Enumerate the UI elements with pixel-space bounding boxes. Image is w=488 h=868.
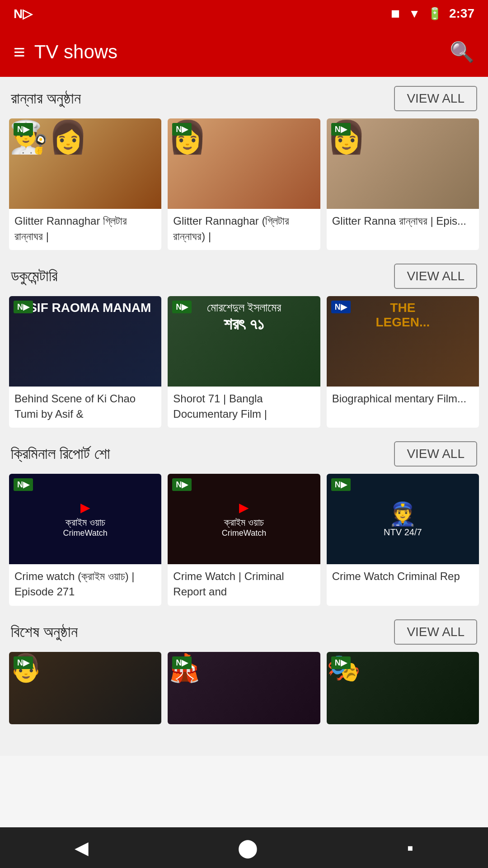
ntv-badge: N▶ bbox=[331, 656, 351, 669]
video-thumbnail: N▶ 👩 bbox=[168, 118, 320, 209]
ntv-badge: N▶ bbox=[172, 656, 192, 669]
section-documentary-header: ডকুমেন্টারি VIEW ALL bbox=[9, 264, 479, 289]
video-title: Shorot 71 | Bangla Documentary Film | bbox=[168, 387, 320, 428]
video-card[interactable]: N▶ 👨 bbox=[9, 652, 161, 724]
video-card[interactable]: N▶ THE LEGEN... Biographical mentary Fil… bbox=[327, 296, 479, 428]
video-thumbnail: N▶ 🎪 bbox=[168, 652, 320, 724]
app-header-left: ≡ TV shows bbox=[14, 41, 117, 63]
video-card[interactable]: N▶ 👮 NTV 24/7 Crime Watch Criminal Rep bbox=[327, 474, 479, 605]
view-all-cooking-button[interactable]: VIEW ALL bbox=[394, 86, 477, 111]
recents-button[interactable]: ▪ bbox=[380, 831, 441, 864]
video-card[interactable]: N▶ 🎭 bbox=[327, 652, 479, 724]
view-all-documentary-button[interactable]: VIEW ALL bbox=[394, 264, 477, 289]
ntv-badge: N▶ bbox=[14, 123, 33, 136]
time-display: 2:37 bbox=[449, 6, 474, 21]
ntv-logo: N▷ bbox=[14, 6, 33, 21]
section-special-title: বিশেষ অনুষ্ঠান bbox=[11, 623, 78, 641]
video-card[interactable]: N▶ ASIF RAOMA MANAM Behind Scene of Ki C… bbox=[9, 296, 161, 428]
ntv-badge: N▶ bbox=[172, 301, 192, 313]
app-header: ≡ TV shows 🔍 bbox=[0, 27, 488, 77]
stop-icon: ⏹ bbox=[389, 7, 401, 21]
video-title: Biographical mentary Film... bbox=[327, 387, 479, 423]
ntv-badge: N▶ bbox=[14, 301, 33, 313]
back-button[interactable]: ◀ bbox=[47, 831, 116, 864]
video-thumbnail: N▶ 👨‍🍳👩 bbox=[9, 118, 161, 209]
video-title: Crime Watch | Criminal Report and bbox=[168, 564, 320, 605]
video-title: Crime watch (ক্রাইম ওয়াচ) | Episode 271 bbox=[9, 564, 161, 605]
video-card[interactable]: N▶ মোরশেদুল ইসলামের শরৎ ৭১ Shorot 71 | B… bbox=[168, 296, 320, 428]
video-thumbnail: N▶ মোরশেদুল ইসলামের শরৎ ৭১ bbox=[168, 296, 320, 387]
documentary-video-grid: N▶ ASIF RAOMA MANAM Behind Scene of Ki C… bbox=[9, 296, 479, 428]
view-all-criminal-button[interactable]: VIEW ALL bbox=[394, 441, 477, 467]
video-card[interactable]: N▶ 👨‍🍳👩 Glitter Rannaghar গ্লিটার রান্না… bbox=[9, 118, 161, 250]
video-thumbnail: N▶ 👮 NTV 24/7 bbox=[327, 474, 479, 564]
main-content: রান্নার অনুষ্ঠান VIEW ALL N▶ 👨‍🍳👩 Glitte… bbox=[0, 77, 488, 756]
section-criminal-title: ক্রিমিনাল রিপোর্ট শো bbox=[11, 445, 110, 463]
video-title: Glitter Ranna রান্নাঘর | Epis... bbox=[327, 209, 479, 245]
ntv-badge: N▶ bbox=[14, 656, 33, 669]
ntv-badge: N▶ bbox=[172, 478, 192, 491]
video-card[interactable]: N▶ 👩 Glitter Ranna রান্নাঘর | Epis... bbox=[327, 118, 479, 250]
search-button[interactable]: 🔍 bbox=[450, 40, 474, 64]
video-thumbnail: N▶ ASIF RAOMA MANAM bbox=[9, 296, 161, 387]
video-card[interactable]: N▶ 👩 Glitter Rannaghar (গ্লিটার রান্নাঘর… bbox=[168, 118, 320, 250]
section-criminal: ক্রিমিনাল রিপোর্ট শো VIEW ALL N▶ ▶ ক্রাই… bbox=[9, 441, 479, 605]
battery-icon: 🔋 bbox=[427, 7, 442, 21]
video-title: Behind Scene of Ki Chao Tumi by Asif & bbox=[9, 387, 161, 428]
video-thumbnail: N▶ ▶ ক্রাইম ওয়াচ CrimeWatch bbox=[168, 474, 320, 564]
section-cooking-title: রান্নার অনুষ্ঠান bbox=[11, 90, 81, 108]
criminal-video-grid: N▶ ▶ ক্রাইম ওয়াচ CrimeWatch Crime watch… bbox=[9, 474, 479, 605]
status-bar-left: N▷ bbox=[14, 6, 33, 21]
video-thumbnail: N▶ ▶ ক্রাইম ওয়াচ CrimeWatch bbox=[9, 474, 161, 564]
ntv-badge: N▶ bbox=[331, 123, 351, 136]
video-thumbnail: N▶ THE LEGEN... bbox=[327, 296, 479, 387]
cooking-video-grid: N▶ 👨‍🍳👩 Glitter Rannaghar গ্লিটার রান্না… bbox=[9, 118, 479, 250]
special-video-grid: N▶ 👨 N▶ 🎪 N▶ 🎭 bbox=[9, 652, 479, 724]
video-title: Crime Watch Criminal Rep bbox=[327, 564, 479, 600]
video-thumbnail: N▶ 👨 bbox=[9, 652, 161, 724]
menu-icon[interactable]: ≡ bbox=[14, 41, 25, 63]
section-cooking: রান্নার অনুষ্ঠান VIEW ALL N▶ 👨‍🍳👩 Glitte… bbox=[9, 86, 479, 250]
section-documentary: ডকুমেন্টারি VIEW ALL N▶ ASIF RAOMA MANAM… bbox=[9, 264, 479, 428]
section-documentary-title: ডকুমেন্টারি bbox=[11, 267, 57, 285]
section-cooking-header: রান্নার অনুষ্ঠান VIEW ALL bbox=[9, 86, 479, 111]
video-thumbnail: N▶ 🎭 bbox=[327, 652, 479, 724]
section-criminal-header: ক্রিমিনাল রিপোর্ট শো VIEW ALL bbox=[9, 441, 479, 467]
ntv-badge: N▶ bbox=[172, 123, 192, 136]
status-bar: N▷ ⏹ ▼ 🔋 2:37 bbox=[0, 0, 488, 27]
bottom-navigation: ◀ ⬤ ▪ bbox=[0, 827, 488, 868]
video-title: Glitter Rannaghar গ্লিটার রান্নাঘর | bbox=[9, 209, 161, 250]
signal-icon: ▼ bbox=[408, 7, 420, 21]
status-bar-right: ⏹ ▼ 🔋 2:37 bbox=[389, 6, 474, 21]
app-title: TV shows bbox=[34, 41, 117, 63]
ntv-badge: N▶ bbox=[331, 301, 351, 313]
video-card[interactable]: N▶ ▶ ক্রাইম ওয়াচ CrimeWatch Crime watch… bbox=[9, 474, 161, 605]
ntv-badge: N▶ bbox=[331, 478, 351, 491]
section-special-header: বিশেষ অনুষ্ঠান VIEW ALL bbox=[9, 619, 479, 645]
home-button[interactable]: ⬤ bbox=[211, 831, 285, 864]
video-card[interactable]: N▶ ▶ ক্রাইম ওয়াচ CrimeWatch Crime Watch… bbox=[168, 474, 320, 605]
view-all-special-button[interactable]: VIEW ALL bbox=[394, 619, 477, 645]
video-thumbnail: N▶ 👩 bbox=[327, 118, 479, 209]
video-title: Glitter Rannaghar (গ্লিটার রান্নাঘর) | bbox=[168, 209, 320, 250]
section-special: বিশেষ অনুষ্ঠান VIEW ALL N▶ 👨 N▶ 🎪 N▶ 🎭 bbox=[9, 619, 479, 724]
video-card[interactable]: N▶ 🎪 bbox=[168, 652, 320, 724]
